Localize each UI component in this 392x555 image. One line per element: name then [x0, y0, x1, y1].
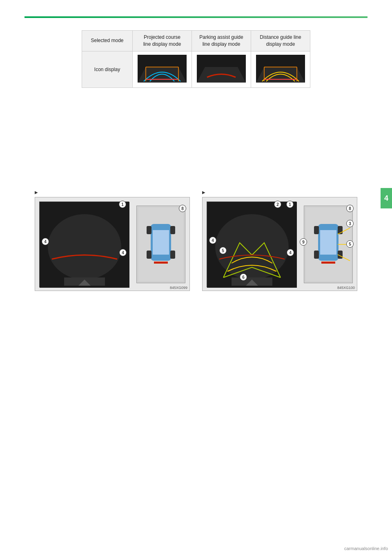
right-mini-car-svg	[306, 208, 351, 281]
svg-rect-33	[314, 226, 319, 234]
footer-watermark: carmanualsonline.info	[344, 546, 388, 551]
left-diagram-container: 4 4	[35, 190, 190, 291]
svg-rect-21	[147, 226, 151, 234]
right-diagram-arrow	[202, 190, 357, 195]
col1-header: Selected mode	[82, 31, 133, 51]
svg-rect-20	[153, 230, 169, 255]
parking-assist-icon	[197, 55, 246, 83]
svg-rect-24	[170, 251, 175, 259]
svg-rect-23	[147, 251, 151, 259]
left-diagram-code: 845XG099	[170, 286, 187, 290]
left-mini-car	[136, 206, 185, 283]
right-diagram-box: 4 5 6 4	[202, 197, 357, 291]
right-cam-view: 4 5 6 4	[207, 201, 296, 287]
text-content-area	[24, 100, 368, 174]
svg-rect-35	[314, 251, 319, 259]
mode-table: Selected mode Projected courseline displ…	[82, 30, 310, 88]
right-diagram-code: 845XG100	[337, 286, 355, 290]
top-green-bar	[24, 16, 368, 18]
svg-rect-32	[320, 230, 336, 255]
distance-guide-icon	[256, 55, 305, 83]
left-mini-car-svg	[138, 208, 183, 281]
table-icon-row: Icon display	[82, 51, 310, 88]
page-container: 4 Selected mode Projected courseline dis…	[0, 0, 392, 555]
right-mini-car	[304, 206, 353, 283]
left-diagram-arrow	[35, 190, 190, 195]
svg-point-27	[215, 214, 289, 280]
left-cam-view: 4 4	[39, 201, 129, 287]
right-cam-svg	[207, 202, 297, 288]
col4-header: Distance guide linedisplay mode	[251, 31, 310, 51]
diagrams-section: 4 4	[24, 190, 368, 291]
left-diagram-box: 4 4	[35, 197, 190, 291]
distance-guide-icon-cell	[251, 51, 310, 88]
svg-rect-25	[154, 262, 168, 264]
table-header-row: Selected mode Projected courseline displ…	[82, 31, 310, 51]
parking-assist-icon-cell	[192, 51, 251, 88]
col2-header: Projected courseline display mode	[133, 31, 192, 51]
icon-label-cell: Icon display	[82, 51, 133, 88]
table-section: Selected mode Projected courseline displ…	[24, 30, 368, 88]
svg-rect-22	[170, 226, 175, 234]
side-tab: 4	[381, 188, 392, 208]
projected-course-icon-cell	[133, 51, 192, 88]
svg-rect-40	[321, 262, 335, 264]
svg-rect-36	[338, 251, 343, 259]
svg-point-15	[48, 214, 121, 280]
right-diagram-container: 4 5 6 4	[202, 190, 357, 291]
projected-course-icon	[138, 55, 187, 83]
left-cam-svg	[40, 202, 129, 288]
col3-header: Parking assist guideline display mode	[192, 31, 251, 51]
